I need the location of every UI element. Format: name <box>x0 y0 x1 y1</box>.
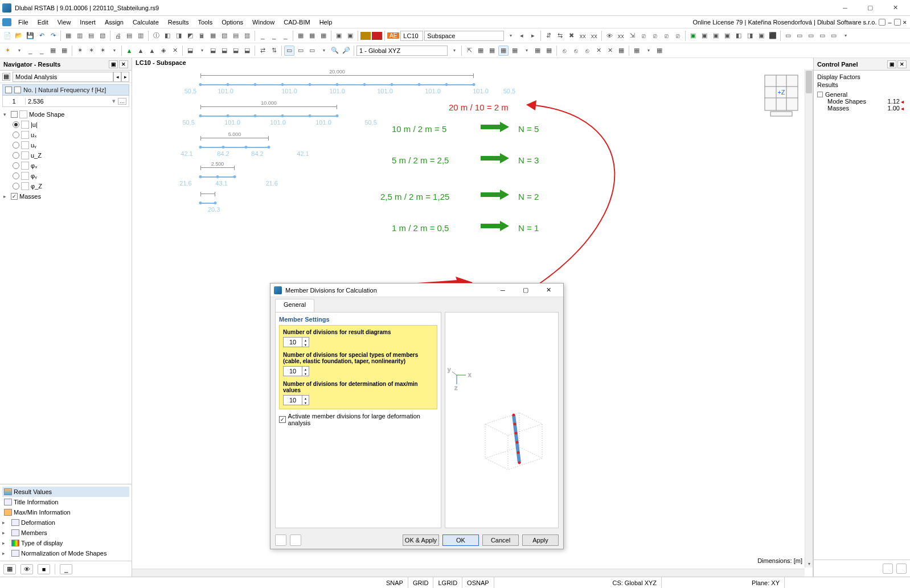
toolbar-redo-icon[interactable]: ↷ <box>48 31 58 41</box>
toolbar-btn[interactable]: ⇅ <box>269 46 279 56</box>
toolbar-btn[interactable]: ◩ <box>185 31 195 41</box>
apply-button[interactable]: Apply <box>522 534 559 546</box>
toolbar-btn[interactable]: ▭ <box>829 31 839 41</box>
toolbar-print-icon[interactable]: 🖨 <box>113 31 123 41</box>
toolbar-btn[interactable]: ✕ <box>593 46 604 56</box>
cancel-button[interactable]: Cancel <box>482 534 519 546</box>
toolbar-btn[interactable]: ▭ <box>783 31 793 41</box>
toolbar-btn[interactable]: ⎚ <box>638 31 649 41</box>
cp-scale-icon[interactable] <box>883 564 893 574</box>
toolbar-btn[interactable]: Ⓘ <box>151 31 161 41</box>
toolbar-btn[interactable]: ▦ <box>544 46 554 56</box>
radio[interactable] <box>13 183 19 190</box>
toolbar-btn[interactable]: ⎯ <box>269 31 279 41</box>
toolbar-btn[interactable]: ◨ <box>745 31 755 41</box>
dropdown-icon[interactable]: ▾ <box>112 97 116 105</box>
menu-cadbim[interactable]: CAD-BIM <box>279 18 314 27</box>
divisions-maxmin-input[interactable]: ▴▾ <box>283 395 309 405</box>
menu-file[interactable]: File <box>14 18 33 27</box>
toolbar-dropdown-icon[interactable] <box>840 31 850 41</box>
vertical-scrollbar[interactable]: ▴ ▾ <box>805 69 813 568</box>
toolbar-btn[interactable]: ⎚ <box>673 31 683 41</box>
footer-video-icon[interactable]: ■ <box>38 564 50 574</box>
menu-help[interactable]: Help <box>315 18 337 27</box>
checkbox[interactable]: ✓ <box>279 416 286 423</box>
toolbar-btn[interactable]: ▦ <box>654 46 665 56</box>
toolbar-btn[interactable]: ▭ <box>817 31 827 41</box>
toolbar-btn[interactable]: ▭ <box>296 46 306 56</box>
ok-button[interactable]: OK <box>442 534 479 546</box>
mdi-restore[interactable] <box>894 19 901 26</box>
toolbar-btn[interactable]: ⎋ <box>582 46 592 56</box>
menu-view[interactable]: View <box>53 18 76 27</box>
navigator-analysis-selector[interactable]: ▦ ◂ ▸ <box>0 71 132 83</box>
gear-icon[interactable] <box>879 19 886 26</box>
toolbar-btn[interactable]: ✶ <box>75 46 85 56</box>
toolbar-btn[interactable]: xx <box>577 31 588 41</box>
toolbar-btn[interactable]: ▦ <box>510 46 520 56</box>
scroll-down-icon[interactable]: ▾ <box>805 560 813 568</box>
dialog-tab-general[interactable]: General <box>275 299 314 312</box>
toolbar-btn[interactable]: ▦ <box>487 46 497 56</box>
bottom-members[interactable]: ▸Members <box>2 528 129 538</box>
spin-up-icon[interactable]: ▴ <box>302 367 309 371</box>
panel-pin-icon[interactable]: ▣ <box>109 60 118 68</box>
spin-down-icon[interactable]: ▾ <box>302 400 309 405</box>
toolbar-btn[interactable]: ▭ <box>794 31 805 41</box>
toolbar-btn[interactable]: ▦ <box>48 46 58 56</box>
status-cs[interactable]: CS: Global XYZ <box>608 577 662 588</box>
toolbar-node-icon[interactable]: ✶ <box>2 46 13 56</box>
bottom-typeofdisplay[interactable]: ▸Type of display <box>2 538 129 548</box>
bottom-deformation[interactable]: ▸Deformation <box>2 517 129 528</box>
toolbar-dropdown-icon[interactable] <box>643 46 653 56</box>
toolbar-btn[interactable]: ▤ <box>231 31 241 41</box>
status-grid[interactable]: GRID <box>408 577 434 588</box>
status-snap[interactable]: SNAP <box>382 577 408 588</box>
checkbox[interactable] <box>11 111 18 118</box>
toolbar-dropdown-icon[interactable] <box>14 46 24 56</box>
footer-eye-icon[interactable]: 👁 <box>21 564 33 574</box>
toolbar-btn[interactable]: ▲ <box>136 46 146 56</box>
status-lgrid[interactable]: LGRID <box>433 577 462 588</box>
spin-up-icon[interactable]: ▴ <box>302 396 309 400</box>
toolbar-btn[interactable]: ▣ <box>699 31 710 41</box>
toolbar-btn[interactable]: ▦ <box>208 31 218 41</box>
toolbar-btn[interactable]: ▧ <box>97 31 108 41</box>
dialog-close-button[interactable]: ✕ <box>537 284 560 297</box>
toolbar-btn[interactable]: ▲ <box>147 46 157 56</box>
divisions-special-members-input[interactable]: ▴▾ <box>283 366 309 376</box>
toolbar-btn[interactable]: ✶ <box>97 46 108 56</box>
app-menu-icon[interactable] <box>2 18 11 26</box>
radio[interactable] <box>13 131 19 138</box>
toolbar-btn[interactable]: ✕ <box>605 46 615 56</box>
next-analysis-icon[interactable]: ▸ <box>121 72 129 82</box>
toolbar-undo-icon[interactable]: ↶ <box>36 31 47 41</box>
toolbar-btn[interactable]: ▣ <box>756 31 766 41</box>
toolbar-loadcase-input[interactable] <box>400 31 423 41</box>
toolbar-dropdown-icon[interactable] <box>318 46 329 56</box>
toolbar-btn[interactable]: ⎯ <box>25 46 35 56</box>
toolbar-new-icon[interactable]: 📄 <box>2 31 13 41</box>
toolbar-3d-icon[interactable]: ▣ <box>688 31 698 41</box>
toolbar-btn[interactable]: ⇱ <box>464 46 474 56</box>
toolbar-btn[interactable]: ⎋ <box>571 46 581 56</box>
toolbar-btn[interactable]: ⬓ <box>231 46 241 56</box>
toolbar-prev-icon[interactable]: ◂ <box>517 31 527 41</box>
menu-window[interactable]: Window <box>248 18 279 27</box>
toolbar-btn[interactable]: ▭ <box>806 31 816 41</box>
menu-calculate[interactable]: Calculate <box>128 18 163 27</box>
checkbox[interactable] <box>11 193 18 200</box>
toolbar-color-icon[interactable] <box>360 32 371 40</box>
toolbar-btn[interactable]: ▣ <box>334 31 344 41</box>
tree-opt-u[interactable]: |u| <box>2 120 129 130</box>
toolbar-btn[interactable]: ▤ <box>86 31 96 41</box>
toolbar-btn[interactable]: ⇄ <box>257 46 268 56</box>
toolbar-btn[interactable]: ▦ <box>632 46 642 56</box>
dialog-help-icon[interactable] <box>275 534 286 546</box>
toolbar-btn[interactable]: ▧ <box>219 31 229 41</box>
tree-opt-uz[interactable]: u_Z <box>2 150 129 161</box>
window-close-button[interactable]: ✕ <box>883 1 908 15</box>
panel-close-icon[interactable]: ✕ <box>119 60 128 68</box>
toolbar-btn[interactable]: ▣ <box>722 31 732 41</box>
tree-opt-phiz[interactable]: φ_Z <box>2 181 129 191</box>
